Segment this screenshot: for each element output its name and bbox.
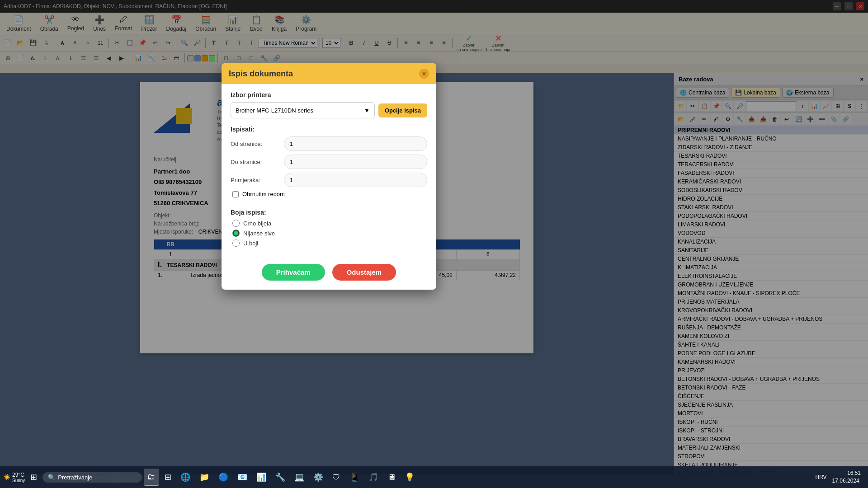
ispisati-label: Ispisati: bbox=[231, 126, 427, 133]
nijanse-sive-row: Nijanse sive bbox=[231, 230, 427, 237]
print-dialog: Ispis dokumenta × Izbor printera Brother… bbox=[222, 63, 436, 290]
nijanse-sive-label: Nijanse sive bbox=[243, 230, 275, 237]
taskbar-app7-btn[interactable]: 📱 bbox=[346, 469, 363, 486]
u-boji-row: U boji bbox=[231, 239, 427, 247]
crno-bijela-radio[interactable] bbox=[232, 220, 240, 227]
do-stranice-label: Do stranice: bbox=[231, 159, 280, 165]
taskbar-app4-btn[interactable]: 💻 bbox=[291, 469, 308, 486]
obrnutim-row: Obrnutim redom bbox=[231, 191, 427, 197]
taskbar-edge-btn[interactable]: 🌐 bbox=[177, 469, 194, 486]
taskbar-app10-btn[interactable]: 💡 bbox=[401, 469, 418, 486]
obrnutim-checkbox[interactable] bbox=[232, 191, 239, 197]
taskbar: ☀️ 29°C Sunny ⊞ 🔍 Pretraživanje 🗂 ⊞ 🌐 📁 … bbox=[0, 466, 868, 488]
od-stranice-row: Od stranice: bbox=[231, 136, 427, 151]
taskbar-app9-btn[interactable]: 🖥 bbox=[384, 469, 399, 486]
taskbar-windows-btn[interactable]: ⊞ bbox=[161, 469, 175, 486]
boja-section: Boja ispisa: Crno bijela Nijanse sive U … bbox=[231, 209, 427, 247]
weather-temp: 29°C bbox=[12, 472, 25, 478]
opcije-ispisa-btn[interactable]: Opcije ispisa bbox=[378, 103, 427, 117]
start-btn[interactable]: ⊞ bbox=[27, 469, 41, 486]
taskbar-chrome-btn[interactable]: 🔵 bbox=[215, 469, 232, 486]
print-dialog-title: Ispis dokumenta bbox=[229, 69, 293, 79]
odustajem-btn[interactable]: Odustajem bbox=[332, 264, 396, 281]
print-dialog-body: Izbor printera Brother MFC-L2710DN serie… bbox=[222, 84, 436, 257]
taskbar-clock: 16:51 17.06.2024. bbox=[832, 469, 861, 485]
do-stranice-row: Do stranice: bbox=[231, 155, 427, 169]
u-boji-radio[interactable] bbox=[232, 239, 240, 247]
dialog-buttons: Prihvaćam Odustajem bbox=[222, 257, 436, 290]
taskbar-app5-btn[interactable]: ⚙️ bbox=[310, 469, 327, 486]
search-bar[interactable]: 🔍 Pretraživanje bbox=[42, 472, 142, 483]
crno-bijela-row: Crno bijela bbox=[231, 220, 427, 227]
primjeraka-row: Primjeraka: bbox=[231, 173, 427, 187]
lang-indicator: HRV bbox=[815, 474, 826, 480]
divider bbox=[231, 205, 427, 205]
primjeraka-input[interactable] bbox=[284, 173, 427, 187]
taskbar-app2-btn[interactable]: 📊 bbox=[253, 469, 270, 486]
printer-row: Brother MFC-L2710DN series ▼ Opcije ispi… bbox=[231, 102, 427, 118]
od-stranice-input[interactable] bbox=[284, 136, 427, 151]
weather-info: ☀️ 29°C Sunny bbox=[4, 472, 25, 483]
taskbar-right: HRV 16:51 17.06.2024. bbox=[815, 469, 864, 485]
taskbar-app6-btn[interactable]: 🛡 bbox=[329, 469, 344, 486]
clock-time: 16:51 bbox=[832, 469, 861, 477]
print-dialog-close-btn[interactable]: × bbox=[419, 69, 429, 79]
clock-date: 17.06.2024. bbox=[832, 477, 861, 485]
crno-bijela-label: Crno bijela bbox=[243, 220, 271, 227]
obrnutim-label: Obrnutim redom bbox=[242, 191, 285, 197]
taskbar-app-btn[interactable]: 🗂 bbox=[144, 469, 159, 486]
boja-label: Boja ispisa: bbox=[231, 209, 427, 216]
nijanse-sive-radio[interactable] bbox=[232, 230, 240, 237]
do-stranice-input[interactable] bbox=[284, 155, 427, 169]
weather-desc: Sunny bbox=[12, 478, 25, 483]
printer-section-label: Izbor printera bbox=[231, 91, 427, 99]
search-text: Pretraživanje bbox=[58, 474, 92, 481]
print-dialog-header: Ispis dokumenta × bbox=[222, 63, 436, 84]
taskbar-folder-btn[interactable]: 📁 bbox=[196, 469, 213, 486]
taskbar-app3-btn[interactable]: 🔧 bbox=[272, 469, 289, 486]
printer-select[interactable]: Brother MFC-L2710DN series ▼ bbox=[231, 102, 375, 118]
taskbar-app8-btn[interactable]: 🎵 bbox=[365, 469, 382, 486]
weather-icon: ☀️ bbox=[4, 474, 10, 480]
od-stranice-label: Od stranice: bbox=[231, 141, 280, 147]
taskbar-email-btn[interactable]: 📧 bbox=[234, 469, 251, 486]
search-icon: 🔍 bbox=[48, 474, 55, 481]
prihvacam-btn[interactable]: Prihvaćam bbox=[262, 264, 325, 281]
u-boji-label: U boji bbox=[243, 240, 258, 247]
primjeraka-label: Primjeraka: bbox=[231, 177, 280, 183]
